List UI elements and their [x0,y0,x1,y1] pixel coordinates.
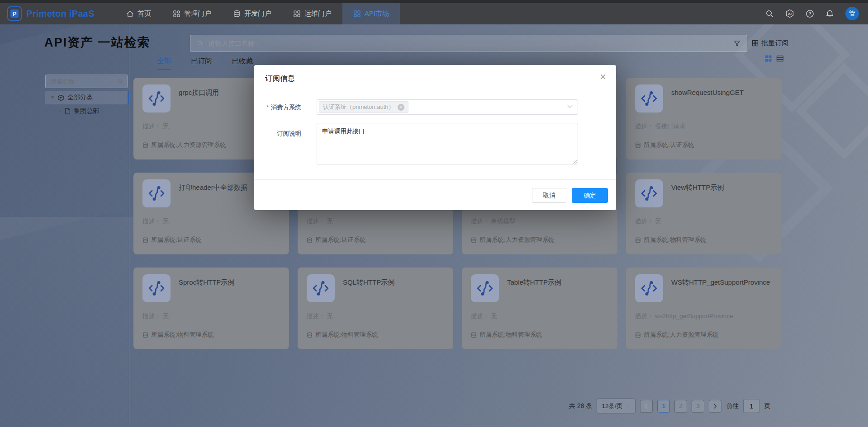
nav-item-admin-portal[interactable]: 管理门户 [162,3,222,24]
nav-item-label: 运维门户 [304,9,332,18]
api-card-system: 所属系统:人力资源管理系统 [479,236,555,244]
confirm-button[interactable]: 确定 [572,188,608,203]
api-card-title: grpc接口调用 [179,89,219,97]
next-page-button[interactable] [709,400,721,413]
cube-icon [57,94,64,101]
pagination-total: 共 28 条 [569,402,592,410]
api-glyph-icon [142,274,171,302]
page-number-2[interactable]: 2 [674,400,687,413]
api-card-desc: 描述： 无 [307,312,333,320]
api-card-system: 所属系统:认证系统 [315,236,366,244]
database-icon [635,332,641,338]
tree-item-label: 集团总部 [74,107,99,115]
nav-item-ops-portal[interactable]: 运维门户 [282,3,342,24]
search-icon[interactable] [765,9,774,18]
api-card-title: SQL转HTTP示例 [343,278,394,287]
modal-header: 订阅信息 [254,65,616,92]
apps-icon [353,10,361,18]
help-icon[interactable]: ? [806,9,814,18]
page-size-select[interactable]: 12条/页 [597,399,636,413]
api-card[interactable]: WS转HTTP_getSupportProvince 描述： ws2http_g… [626,267,782,349]
database-icon [471,237,477,243]
brand-logo[interactable]: P Primeton iPaaS [7,6,95,21]
batch-subscribe-button[interactable]: 批量订阅 [752,39,788,47]
cancel-button[interactable]: 取消 [532,188,566,203]
layers-icon [233,10,241,18]
api-card[interactable]: showRequestUsingGET 描述： 慢接口请求 所属系统:认证系统 [626,78,782,160]
note-label: 订阅说明 [254,130,301,138]
nav-item-label: 管理门户 [184,9,211,18]
api-glyph-icon [142,179,171,207]
consumer-system-select[interactable]: 认证系统（primeton.auth） × [317,99,578,115]
ai-assistant-icon[interactable]: AI [785,9,794,18]
pagination: 共 28 条 12条/页 1 2 3 前往 页 [569,399,770,413]
nav-item-label: 开发门户 [244,9,271,18]
api-card-desc: 描述： 无 [142,217,169,225]
category-tree: 全部分类 集团总部 [45,91,129,118]
subscription-modal: 订阅信息 × *消费方系统 认证系统（primeton.auth） × 订阅说明… [254,65,616,210]
user-avatar[interactable]: 管 [845,7,859,20]
close-icon[interactable]: × [600,71,606,82]
tree-item-all-categories[interactable]: 全部分类 [45,91,129,104]
page-title: API资产 一站检索 [44,34,151,51]
batch-subscribe-icon [752,40,759,47]
prev-page-button[interactable] [640,400,653,413]
goto-page-input[interactable] [743,399,759,413]
top-navbar: P Primeton iPaaS 首页 管理门户 开发门户 运维门户 API市场… [0,0,868,24]
nav-item-home[interactable]: 首页 [115,3,162,24]
api-glyph-icon [635,274,663,302]
api-card-title: showRequestUsingGET [671,89,744,96]
required-asterisk: * [266,104,269,111]
api-card[interactable]: Table转HTTP示例 描述： 无 所属系统:物料管理系统 [462,267,617,349]
subscription-note-textarea[interactable]: 申请调用此接口 [317,123,578,164]
goto-label: 前往 [726,402,739,410]
api-card[interactable]: SQL转HTTP示例 描述： 无 所属系统:物料管理系统 [298,267,453,349]
brand-icon: P [7,6,22,21]
api-card-system: 所属系统:物料管理系统 [479,331,542,339]
tag-remove-icon[interactable]: × [398,104,404,111]
tab-subscribed[interactable]: 已订阅 [191,56,212,70]
api-card-desc: 描述： 无 [471,312,497,320]
list-view-icon[interactable] [776,55,784,62]
page-number-3[interactable]: 3 [692,400,704,413]
api-glyph-icon [635,179,663,207]
database-icon [142,332,148,338]
api-card-desc: 描述： 无 [142,312,169,320]
selected-system-tag: 认证系统（primeton.auth） × [319,101,408,113]
search-icon [117,79,123,84]
tree-item-group-hq[interactable]: 集团总部 [45,104,129,118]
api-card-desc: 描述： 无 [635,217,661,225]
category-search-input[interactable] [50,78,114,85]
bg-cube-decor [796,63,868,160]
page-size-value: 12条/页 [602,402,622,410]
api-card-title: View转HTTP示例 [671,183,724,192]
nav-item-dev-portal[interactable]: 开发门户 [222,3,282,24]
tree-item-label: 全部分类 [67,94,93,102]
database-icon [307,237,313,243]
brand-name: Primeton iPaaS [26,9,95,19]
grid-view-icon[interactable] [764,55,772,62]
api-search-bar [190,35,747,52]
caret-down-icon [51,96,54,99]
database-icon [142,237,148,243]
home-icon [126,10,134,18]
help-glyph: ? [808,11,811,16]
tab-favorites[interactable]: 已收藏 [232,56,253,70]
api-search-input[interactable] [208,39,730,47]
consumer-system-label: *消费方系统 [254,103,301,112]
nav-item-api-market[interactable]: API市场 [342,3,400,24]
filter-icon[interactable] [734,40,740,47]
batch-subscribe-label: 批量订阅 [761,39,788,47]
api-card[interactable]: View转HTTP示例 描述： 无 所属系统:物料管理系统 [626,173,782,254]
nav-menu: 首页 管理门户 开发门户 运维门户 API市场 [115,3,400,24]
chevron-down-icon [626,405,631,408]
tab-all[interactable]: 全部 [157,56,171,70]
api-card-system: 所属系统:认证系统 [151,236,202,244]
api-card-title: WS转HTTP_getSupportProvince [671,278,770,287]
api-card-system: 所属系统:物料管理系统 [315,331,378,339]
brand-glyph: P [10,9,19,18]
navbar-actions: AI ? 管 [765,7,859,20]
page-number-1[interactable]: 1 [657,400,670,413]
api-card[interactable]: Sproc转HTTP示例 描述： 无 所属系统:物料管理系统 [133,267,289,349]
bell-icon[interactable] [825,9,834,18]
